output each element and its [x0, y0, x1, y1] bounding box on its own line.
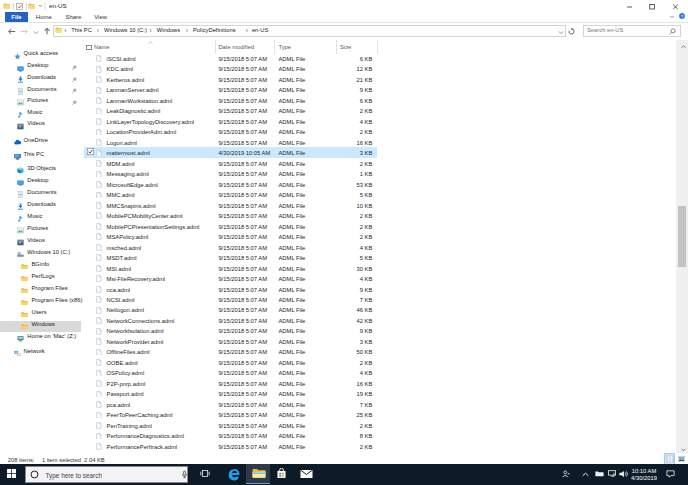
svg-text:4/30/2019: 4/30/2019: [631, 475, 657, 481]
svg-text:10:10 AM: 10:10 AM: [632, 468, 657, 474]
